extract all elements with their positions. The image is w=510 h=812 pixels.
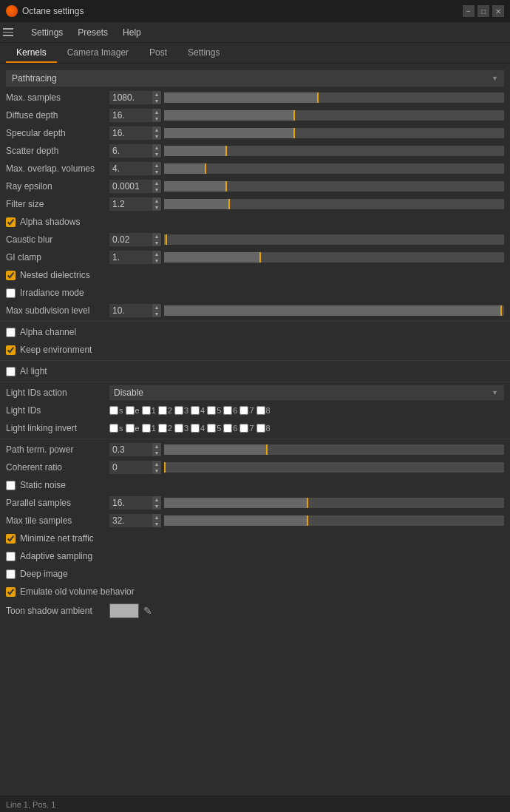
max-overlap-volumes-up[interactable]: ▲ bbox=[152, 162, 161, 169]
ray-epsilon-input[interactable] bbox=[109, 180, 152, 193]
lid-3-checkbox[interactable] bbox=[174, 406, 183, 415]
lid-6-checkbox[interactable] bbox=[223, 406, 232, 415]
path-term-power-down[interactable]: ▼ bbox=[152, 450, 161, 456]
filter-size-down[interactable]: ▼ bbox=[152, 204, 161, 211]
gi-clamp-up[interactable]: ▲ bbox=[152, 251, 161, 257]
tab-kernels[interactable]: Kernels bbox=[6, 44, 57, 63]
path-term-power-input[interactable] bbox=[109, 443, 152, 456]
path-term-power-up[interactable]: ▲ bbox=[152, 443, 161, 450]
gi-clamp-input[interactable] bbox=[109, 251, 152, 264]
tab-post[interactable]: Post bbox=[139, 44, 177, 63]
max-overlap-volumes-slider[interactable] bbox=[164, 163, 504, 174]
specular-depth-down[interactable]: ▼ bbox=[152, 133, 161, 140]
alpha-shadows-checkbox[interactable] bbox=[6, 217, 16, 227]
tab-settings[interactable]: Settings bbox=[177, 44, 230, 63]
lli-e-checkbox[interactable] bbox=[126, 424, 135, 433]
lli-8-checkbox[interactable] bbox=[256, 424, 265, 433]
lid-8-checkbox[interactable] bbox=[256, 406, 265, 415]
max-tile-samples-input[interactable] bbox=[109, 514, 152, 527]
lli-2-checkbox[interactable] bbox=[158, 424, 167, 433]
lid-5-checkbox[interactable] bbox=[207, 406, 216, 415]
keep-environment-checkbox[interactable] bbox=[6, 345, 16, 355]
eyedropper-icon[interactable]: ✎ bbox=[143, 605, 152, 617]
parallel-samples-down[interactable]: ▼ bbox=[152, 503, 161, 510]
filter-size-input[interactable] bbox=[109, 197, 152, 211]
lid-4-checkbox[interactable] bbox=[191, 406, 200, 415]
max-tile-samples-up[interactable]: ▲ bbox=[152, 514, 161, 521]
max-overlap-volumes-down[interactable]: ▼ bbox=[152, 169, 161, 175]
filter-size-slider[interactable] bbox=[164, 199, 504, 209]
coherent-ratio-down[interactable]: ▼ bbox=[152, 467, 161, 474]
caustic-blur-slider[interactable] bbox=[164, 234, 504, 245]
scatter-depth-up[interactable]: ▲ bbox=[152, 144, 161, 151]
diffuse-depth-up[interactable]: ▲ bbox=[152, 109, 161, 115]
caustic-blur-up[interactable]: ▲ bbox=[152, 233, 161, 240]
path-term-power-slider[interactable] bbox=[164, 444, 504, 455]
menu-settings[interactable]: Settings bbox=[24, 24, 70, 41]
caustic-blur-input[interactable] bbox=[109, 233, 152, 246]
kernel-dropdown[interactable]: Pathtracing Direct lighting PMC Info-cha… bbox=[6, 70, 504, 87]
minimize-button[interactable]: − bbox=[463, 5, 475, 17]
lli-4-checkbox[interactable] bbox=[191, 424, 200, 433]
parallel-samples-up[interactable]: ▲ bbox=[152, 496, 161, 503]
toon-shadow-ambient-swatch[interactable] bbox=[109, 603, 139, 618]
lli-1-checkbox[interactable] bbox=[142, 424, 151, 433]
scatter-depth-input[interactable] bbox=[109, 144, 152, 158]
diffuse-depth-input[interactable] bbox=[109, 109, 152, 122]
max-samples-input[interactable] bbox=[109, 91, 152, 104]
adaptive-sampling-checkbox[interactable] bbox=[6, 552, 16, 561]
ray-epsilon-up[interactable]: ▲ bbox=[152, 180, 161, 186]
max-tile-samples-slider[interactable] bbox=[164, 515, 504, 526]
max-tile-samples-down[interactable]: ▼ bbox=[152, 521, 161, 527]
lli-3-checkbox[interactable] bbox=[174, 424, 183, 433]
menu-help[interactable]: Help bbox=[115, 24, 149, 41]
lid-7-checkbox[interactable] bbox=[239, 406, 248, 415]
tab-camera-imager[interactable]: Camera Imager bbox=[57, 44, 139, 63]
caustic-blur-down[interactable]: ▼ bbox=[152, 240, 161, 246]
max-overlap-volumes-input[interactable] bbox=[109, 162, 152, 175]
irradiance-mode-checkbox[interactable] bbox=[6, 288, 16, 298]
specular-depth-up[interactable]: ▲ bbox=[152, 126, 161, 133]
emulate-old-volume-checkbox[interactable] bbox=[6, 587, 16, 597]
minimize-net-traffic-checkbox[interactable] bbox=[6, 534, 16, 544]
menu-hamburger-icon[interactable] bbox=[3, 25, 18, 40]
ray-epsilon-slider[interactable] bbox=[164, 181, 504, 192]
maximize-button[interactable]: □ bbox=[477, 5, 489, 17]
close-button[interactable]: ✕ bbox=[492, 5, 504, 17]
gi-clamp-slider[interactable] bbox=[164, 252, 504, 263]
lid-s-checkbox[interactable] bbox=[109, 406, 118, 415]
max-samples-up[interactable]: ▲ bbox=[152, 91, 161, 98]
max-samples-slider[interactable] bbox=[164, 92, 504, 103]
coherent-ratio-input[interactable] bbox=[109, 461, 152, 474]
max-samples-down[interactable]: ▼ bbox=[152, 98, 161, 104]
gi-clamp-down[interactable]: ▼ bbox=[152, 257, 161, 264]
scatter-depth-slider[interactable] bbox=[164, 146, 504, 156]
lli-6-checkbox[interactable] bbox=[223, 424, 232, 433]
parallel-samples-slider[interactable] bbox=[164, 498, 504, 508]
ai-light-checkbox[interactable] bbox=[6, 367, 16, 376]
deep-image-checkbox[interactable] bbox=[6, 569, 16, 579]
menu-presets[interactable]: Presets bbox=[70, 24, 115, 41]
lid-1-checkbox[interactable] bbox=[142, 406, 151, 415]
max-subdivision-level-slider[interactable] bbox=[164, 305, 504, 316]
scatter-depth-down[interactable]: ▼ bbox=[152, 151, 161, 158]
diffuse-depth-slider[interactable] bbox=[164, 110, 504, 121]
lid-2-checkbox[interactable] bbox=[158, 406, 167, 415]
static-noise-checkbox[interactable] bbox=[6, 481, 16, 490]
max-subdivision-level-input[interactable] bbox=[109, 304, 152, 317]
specular-depth-slider[interactable] bbox=[164, 128, 504, 138]
lid-e-checkbox[interactable] bbox=[126, 406, 135, 415]
diffuse-depth-down[interactable]: ▼ bbox=[152, 115, 161, 122]
max-subdivision-level-up[interactable]: ▲ bbox=[152, 304, 161, 311]
filter-size-up[interactable]: ▲ bbox=[152, 197, 161, 204]
parallel-samples-input[interactable] bbox=[109, 496, 152, 510]
alpha-channel-checkbox[interactable] bbox=[6, 328, 16, 337]
nested-dielectrics-checkbox[interactable] bbox=[6, 271, 16, 280]
specular-depth-input[interactable] bbox=[109, 126, 152, 140]
max-subdivision-level-down[interactable]: ▼ bbox=[152, 311, 161, 317]
coherent-ratio-up[interactable]: ▲ bbox=[152, 461, 161, 467]
ray-epsilon-down[interactable]: ▼ bbox=[152, 186, 161, 193]
lli-7-checkbox[interactable] bbox=[239, 424, 248, 433]
lli-5-checkbox[interactable] bbox=[207, 424, 216, 433]
coherent-ratio-slider[interactable] bbox=[164, 462, 504, 473]
